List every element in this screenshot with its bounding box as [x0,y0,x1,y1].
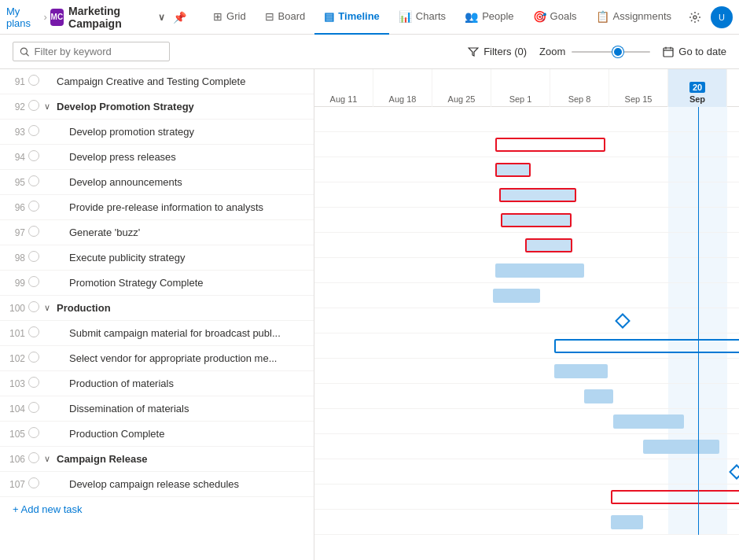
timeline-area[interactable]: Aug 11Aug 18Aug 25Sep 1Sep 8Sep 1520SepS… [314,69,739,560]
gantt-bar[interactable] [501,213,572,227]
project-chevron-icon[interactable]: ∨ [158,12,165,23]
gantt-bar[interactable] [584,389,614,403]
tab-charts[interactable]: 📊 Charts [389,0,455,35]
gantt-bar[interactable] [495,138,605,152]
zoom-label: Zoom [539,46,565,57]
row-label[interactable]: Develop promotion strategy [57,126,307,138]
date-column: Sep 1 [491,69,550,107]
gantt-bar[interactable] [643,440,720,454]
row-checkbox[interactable] [28,477,44,491]
week-label: Sep 8 [568,94,591,104]
my-plans-link[interactable]: My plans [6,6,40,29]
month-label: Sep [689,94,705,104]
row-checkbox[interactable] [28,377,44,390]
row-checkbox[interactable] [28,100,44,113]
row-expand-icon[interactable]: ∨ [44,454,57,464]
gantt-bar[interactable] [525,238,572,252]
user-avatar[interactable]: U [711,6,733,28]
task-row: 101Submit campaign material for broadcas… [0,321,314,346]
row-checkbox[interactable] [28,125,44,138]
row-label[interactable]: Submit campaign material for broadcast p… [57,327,307,339]
row-label[interactable]: Promotion Strategy Complete [57,277,307,289]
gantt-bar[interactable] [493,289,540,303]
row-label[interactable]: Campaign Release [57,453,307,465]
tab-assignments[interactable]: 📋 Assignments [586,0,681,35]
row-label[interactable]: Develop Promotion Strategy [57,101,307,112]
gantt-bar[interactable] [495,163,531,177]
row-checkbox[interactable] [28,75,44,88]
search-icon [20,46,30,57]
row-label[interactable]: Production of materials [57,378,307,389]
gantt-bar[interactable] [611,490,739,504]
gantt-bar[interactable] [611,515,643,529]
row-checkbox[interactable] [28,201,44,214]
week-label: Aug 11 [330,94,358,104]
goals-icon: 🎯 [533,10,546,23]
row-number: 97 [6,227,28,238]
gantt-row [314,409,739,434]
week-label: Sep 1 [509,94,532,104]
zoom-slider[interactable] [572,51,650,53]
gantt-row [314,384,739,409]
goto-date-button[interactable]: Go to date [663,46,726,57]
tab-grid[interactable]: ⊞ Grid [204,0,256,35]
row-label[interactable]: Generate 'buzz' [57,227,307,238]
filter-button[interactable]: Filters (0) [468,46,527,57]
row-checkbox[interactable] [28,452,44,466]
tab-people[interactable]: 👥 People [455,0,523,35]
board-icon: ⊟ [265,10,274,23]
people-icon: 👥 [465,10,478,23]
tab-timeline[interactable]: ▤ Timeline [314,0,389,35]
charts-icon: 📊 [399,10,412,23]
row-number: 98 [6,252,28,263]
tab-charts-label: Charts [416,10,446,22]
row-label[interactable]: Provide pre-release information to analy… [57,201,307,213]
settings-icon-btn[interactable] [682,5,708,30]
date-column: Aug 11 [314,69,373,107]
search-box[interactable] [13,42,170,61]
pin-icon[interactable]: 📌 [173,11,186,24]
row-checkbox[interactable] [28,276,44,289]
tab-board[interactable]: ⊟ Board [256,0,315,35]
search-input[interactable] [35,46,163,57]
add-task-button[interactable]: + Add new task [0,497,314,521]
row-label[interactable]: Select vendor for appropriate production… [57,352,307,364]
row-label[interactable]: Execute publicity strategy [57,252,307,263]
date-column: Aug 18 [373,69,432,107]
row-checkbox[interactable] [28,352,44,365]
row-checkbox[interactable] [28,226,44,239]
row-checkbox[interactable] [28,326,44,340]
task-row: 94Develop press releases [0,145,314,170]
row-label[interactable]: Develop campaign release schedules [57,478,307,490]
gantt-bar[interactable] [495,263,584,278]
row-number: 96 [6,202,28,213]
gantt-bar[interactable] [499,188,576,202]
row-label[interactable]: Develop announcements [57,176,307,188]
gantt-bar[interactable] [554,364,608,378]
row-checkbox[interactable] [28,301,44,315]
row-checkbox[interactable] [28,150,44,164]
row-number: 105 [6,429,28,440]
row-label[interactable]: Production Complete [57,428,307,440]
row-checkbox[interactable] [28,402,44,415]
row-number: 106 [6,454,28,465]
project-title: MC Marketing Campaign ∨ 📌 [50,5,186,30]
filter-label: Filters (0) [483,46,527,57]
row-label[interactable]: Campaign Creative and Testing Complete [57,76,307,87]
tab-goals[interactable]: 🎯 Goals [524,0,586,35]
row-checkbox[interactable] [28,427,44,440]
row-number: 94 [6,152,28,163]
project-name: Marketing Campaign [68,5,153,30]
row-label[interactable]: Dissemination of materials [57,403,307,414]
row-checkbox[interactable] [28,251,44,264]
task-row: 107Develop campaign release schedules [0,472,314,497]
goto-date-label: Go to date [678,46,726,57]
row-label[interactable]: Develop press releases [57,151,307,163]
row-expand-icon[interactable]: ∨ [44,101,57,112]
gantt-bar[interactable] [554,339,739,353]
row-expand-icon[interactable]: ∨ [44,303,57,313]
row-label[interactable]: Production [57,302,307,314]
row-checkbox[interactable] [28,175,44,189]
gantt-bar[interactable] [613,414,684,429]
row-number: 91 [6,76,28,87]
